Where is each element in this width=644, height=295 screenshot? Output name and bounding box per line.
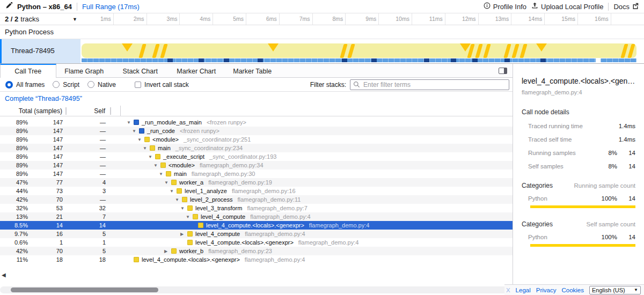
tab-marker-chart[interactable]: Marker Chart [169,64,225,77]
call-tree-row[interactable]: 89%147—▼<module>flamegraph_demo.py:34 [0,161,513,169]
call-tree-row[interactable]: 42%705▶worker_bflamegraph_demo.py:23 [0,247,513,255]
expander-closed-icon[interactable]: ▶ [180,232,187,237]
expander-open-icon[interactable]: ▼ [164,180,171,185]
expander-open-icon[interactable]: ▼ [127,120,134,125]
call-tree-row[interactable]: 89%147—▼_run_code<frozen runpy> [0,127,513,135]
tree-cell: ▶level_4_computeflamegraph_demo.py:4 [121,231,513,237]
total-samples: 70 [30,248,67,254]
marker-slash-icon[interactable] [475,44,482,58]
header-left: Python – x86_64 Full Range (17ms) [5,2,140,11]
call-tree-row[interactable]: 11%1818level_4_compute.<locals>.<genexpr… [0,255,513,264]
total-percent: 89% [0,119,30,126]
marker-slash-icon[interactable] [503,44,511,58]
self-header[interactable]: Self [67,107,111,115]
categories-count-heading: Running sample count [574,182,635,189]
thread-activity-graph[interactable] [80,39,644,63]
breadcrumb-complete-link[interactable]: Complete “Thread-78495” [5,95,82,102]
docs-button[interactable]: Docs [613,3,639,11]
upload-label: Upload Local Profile [541,3,603,11]
footer-link-legal[interactable]: Legal [516,287,531,293]
expander-closed-icon[interactable]: ▶ [164,249,171,254]
radio-native[interactable]: Native [87,81,121,88]
marker-slash-icon[interactable] [519,44,527,58]
scrollbar-thumb[interactable] [11,287,158,292]
function-name: <module> [152,136,179,143]
tab-stack-chart[interactable]: Stack Chart [112,64,169,77]
call-tree-row[interactable]: 42%70—▼level_2_processflamegraph_demo.py… [0,195,513,204]
marker-triangle-icon[interactable] [536,43,547,51]
call-tree-row[interactable]: 0.6%11level_4_compute.<locals>.<genexpr>… [0,238,513,247]
call-tree-row[interactable]: 89%147—▼_execute_script_sync_coordinator… [0,152,513,161]
call-tree-row[interactable]: 89%147—▼main_sync_coordinator.py:234 [0,144,513,152]
tab-marker-table[interactable]: Marker Table [224,64,281,77]
upload-profile-button[interactable]: Upload Local Profile [531,2,603,11]
expander-open-icon[interactable]: ▼ [153,163,160,168]
tab-flame-graph[interactable]: Flame Graph [56,64,113,77]
footer-link-x[interactable]: X [506,287,510,293]
expander-open-icon[interactable]: ▼ [159,172,166,176]
thread-track-header[interactable]: Thread-78495 [0,39,80,63]
language-select[interactable]: English (US) ▼ [589,286,641,294]
totals-cell: 89%147 [0,171,67,177]
expander-open-icon[interactable]: ▼ [180,206,187,211]
call-tree-row[interactable]: 47%774▼worker_aflamegraph_demo.py:19 [0,178,513,187]
tracks-count: 2 / 2 [5,15,18,23]
marker-slash-icon[interactable] [340,44,347,58]
marker-slash-icon[interactable] [511,44,519,58]
marker-triangle-icon[interactable] [122,43,133,51]
call-tree-row[interactable]: 44%733▼level_1_analyzeflamegraph_demo.py… [0,187,513,195]
process-track-row[interactable]: Python Process [0,25,644,39]
activity-band[interactable] [82,43,636,58]
tracks-dropdown[interactable]: 2 / 2 tracks ▼ [0,13,80,25]
category-square-icon [187,205,193,211]
expander-open-icon[interactable]: ▼ [137,137,144,142]
footer-link-privacy[interactable]: Privacy [536,287,557,293]
tree-cell: ▼main_sync_coordinator.py:234 [121,145,513,151]
thread-track-row[interactable]: Thread-78495 [0,39,644,64]
invert-call-stack-checkbox[interactable]: Invert call stack [135,81,189,88]
expander-open-icon[interactable]: ▼ [143,146,150,151]
marker-slash-icon[interactable] [620,44,628,58]
radio-script[interactable]: Script [53,81,84,88]
expander-open-icon[interactable]: ▼ [175,197,182,202]
radio-all-frames[interactable]: All frames [5,81,49,88]
total-percent: 89% [0,145,30,151]
tab-call-tree[interactable]: Call Tree [0,64,56,78]
call-tree-row[interactable]: 89%147—▼<module>_sync_coordinator.py:251 [0,135,513,144]
function-name: _execute_script [163,153,204,160]
function-location: flamegraph_demo.py:4 [245,256,305,263]
totals-cell: 47%77 [0,179,67,186]
marker-slash-icon[interactable] [152,44,159,58]
marker-slash-icon[interactable] [347,44,355,58]
expander-open-icon[interactable]: ▼ [132,129,139,134]
profile-info-label: Profile Info [493,3,526,11]
total-samples-header[interactable]: Total (samples) [0,107,67,115]
collapse-left-arrow-icon[interactable]: ◀ [2,272,6,278]
detail-value: 14 [617,163,635,169]
call-tree-row[interactable]: 8.5%1414level_4_compute.<locals>.<genexp… [0,221,513,230]
tracks-word: tracks [20,15,39,23]
sidebar-toggle-button[interactable] [493,64,513,77]
call-tree-row[interactable]: 9.7%165▶level_4_computeflamegraph_demo.p… [0,230,513,238]
call-tree-row[interactable]: 89%147—▼mainflamegraph_demo.py:30 [0,169,513,178]
horizontal-scrollbar[interactable] [0,286,511,293]
expander-open-icon[interactable]: ▼ [148,154,155,159]
marker-slash-icon[interactable] [160,44,167,58]
total-percent: 11% [0,256,30,263]
marker-triangle-icon[interactable] [268,43,279,51]
marker-slash-icon[interactable] [138,44,146,58]
call-tree-row[interactable]: 32%5332▼level_3_transformflamegraph_demo… [0,204,513,212]
search-icon [353,81,360,90]
full-range-button[interactable]: Full Range (17ms) [82,3,140,11]
samples-strip[interactable] [82,58,636,62]
call-tree-row[interactable]: 89%147—▼_run_module_as_main<frozen runpy… [0,118,513,127]
expander-open-icon[interactable]: ▼ [186,215,193,219]
marker-slash-icon[interactable] [627,44,635,58]
total-samples: 1 [30,239,67,246]
call-tree-row[interactable]: 13%217▼level_4_computeflamegraph_demo.py… [0,212,513,221]
filter-stacks-input[interactable] [350,79,509,90]
footer-link-cookies[interactable]: Cookies [561,287,584,293]
expander-open-icon[interactable]: ▼ [170,189,177,194]
marker-slash-icon[interactable] [483,44,491,58]
profile-info-button[interactable]: Profile Info [484,2,526,11]
